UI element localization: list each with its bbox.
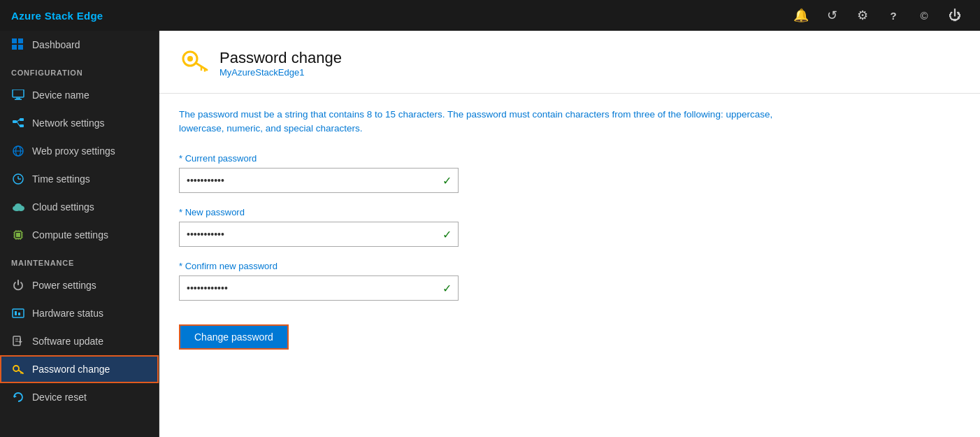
sidebar: Dashboard CONFIGURATION Device name Netw… [0, 31, 159, 437]
current-password-label: * Current password [179, 153, 960, 164]
current-password-wrapper: ✓ [179, 168, 459, 193]
confirm-password-wrapper: ✓ [179, 275, 459, 301]
copyright-icon[interactable]: © [910, 1, 938, 29]
clock-icon [11, 172, 25, 186]
sidebar-item-time-settings[interactable]: Time settings [0, 165, 159, 193]
sidebar-item-hardware-status[interactable]: Hardware status [0, 299, 159, 327]
confirm-password-check-icon: ✓ [442, 281, 452, 294]
svg-rect-3 [18, 45, 23, 50]
svg-point-47 [187, 56, 193, 62]
svg-rect-2 [12, 45, 17, 50]
sidebar-item-network-settings-label: Network settings [32, 117, 104, 129]
sidebar-item-power-settings-label: Power settings [32, 280, 96, 291]
svg-rect-5 [16, 98, 20, 99]
bell-icon[interactable]: 🔔 [787, 1, 815, 29]
current-password-group: * Current password ✓ [179, 153, 960, 193]
topbar: Azure Stack Edge 🔔 ↺ ⚙ ? © ⏻ [0, 0, 980, 31]
sidebar-section-configuration: CONFIGURATION [0, 59, 159, 81]
page-title: Password change [219, 49, 342, 67]
confirm-password-label: * Confirm new password [179, 261, 960, 271]
sidebar-item-web-proxy-settings[interactable]: Web proxy settings [0, 137, 159, 165]
change-password-button[interactable]: Change password [179, 324, 289, 350]
topbar-icons: 🔔 ↺ ⚙ ? © ⏻ [787, 1, 969, 29]
page-header-text: Password change MyAzureStackEdge1 [219, 49, 342, 78]
new-password-group: * New password ✓ [179, 207, 960, 247]
sidebar-item-dashboard[interactable]: Dashboard [0, 31, 159, 59]
svg-rect-6 [15, 99, 22, 101]
power-icon[interactable]: ⏻ [941, 1, 969, 29]
svg-rect-36 [15, 311, 17, 315]
svg-rect-9 [20, 124, 24, 127]
sidebar-item-device-name-label: Device name [32, 89, 89, 101]
svg-rect-8 [20, 118, 24, 121]
svg-rect-4 [13, 89, 24, 97]
sidebar-item-cloud-settings-label: Cloud settings [32, 201, 94, 213]
svg-line-11 [17, 122, 20, 126]
sidebar-item-cloud-settings[interactable]: Cloud settings [0, 193, 159, 221]
sidebar-item-device-reset-label: Device reset [32, 392, 87, 403]
refresh-icon[interactable]: ↺ [818, 1, 846, 29]
monitor-icon [11, 88, 25, 102]
current-password-check-icon: ✓ [442, 173, 452, 187]
cpu-icon [11, 228, 25, 242]
globe-icon [11, 144, 25, 158]
confirm-password-group: * Confirm new password ✓ [179, 261, 960, 301]
svg-line-10 [17, 120, 20, 122]
svg-marker-45 [14, 395, 17, 398]
sidebar-item-power-settings[interactable]: Power settings [0, 271, 159, 299]
hardware-icon [11, 306, 25, 320]
svg-rect-0 [12, 38, 17, 43]
new-password-label: * New password [179, 207, 960, 217]
sidebar-section-maintenance: MAINTENANCE [0, 249, 159, 271]
settings-icon[interactable]: ⚙ [849, 1, 877, 29]
reset-icon [11, 390, 25, 404]
app-title: Azure Stack Edge [11, 10, 103, 22]
sidebar-item-software-update-label: Software update [32, 336, 103, 347]
page-subtitle: MyAzureStackEdge1 [219, 67, 342, 78]
svg-rect-1 [18, 38, 23, 43]
svg-point-20 [15, 203, 22, 209]
sidebar-item-hardware-status-label: Hardware status [32, 308, 103, 319]
update-icon [11, 334, 25, 348]
svg-rect-37 [18, 313, 20, 315]
sidebar-item-device-reset[interactable]: Device reset [0, 383, 159, 411]
sidebar-item-dashboard-label: Dashboard [32, 39, 80, 50]
sidebar-item-time-settings-label: Time settings [32, 173, 90, 185]
sidebar-item-compute-settings[interactable]: Compute settings [0, 221, 159, 249]
svg-rect-22 [16, 233, 20, 237]
key-icon [179, 45, 210, 82]
current-password-input[interactable] [179, 168, 459, 193]
sidebar-item-password-change-label: Password change [32, 364, 110, 375]
sidebar-item-software-update[interactable]: Software update [0, 327, 159, 355]
main-layout: Dashboard CONFIGURATION Device name Netw… [0, 31, 980, 437]
new-password-input[interactable] [179, 222, 459, 247]
svg-rect-7 [13, 120, 17, 123]
sidebar-item-device-name[interactable]: Device name [0, 81, 159, 109]
help-icon[interactable]: ? [879, 1, 907, 29]
sidebar-item-compute-settings-label: Compute settings [32, 229, 108, 241]
page-header: Password change MyAzureStackEdge1 [159, 31, 980, 94]
sidebar-item-network-settings[interactable]: Network settings [0, 109, 159, 137]
power-settings-icon [11, 278, 25, 292]
new-password-check-icon: ✓ [442, 227, 452, 241]
new-password-wrapper: ✓ [179, 222, 459, 247]
key-sidebar-icon [11, 362, 25, 376]
dashboard-icon [11, 38, 25, 52]
content-area: Password change MyAzureStackEdge1 The pa… [159, 31, 980, 437]
cloud-icon [11, 200, 25, 214]
confirm-password-input[interactable] [179, 275, 459, 301]
info-text: The password must be a string that conta… [179, 108, 808, 136]
sidebar-item-web-proxy-label: Web proxy settings [32, 145, 115, 157]
sidebar-item-password-change[interactable]: Password change [0, 355, 159, 383]
network-icon [11, 116, 25, 130]
content-body: The password must be a string that conta… [159, 94, 980, 364]
